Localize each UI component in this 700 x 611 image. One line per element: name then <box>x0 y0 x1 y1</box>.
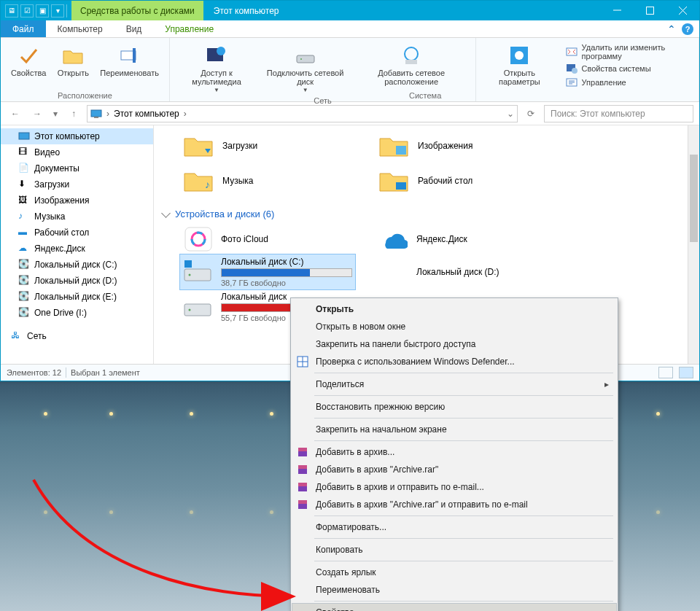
menu-item-rename[interactable]: Переименовать <box>292 581 616 599</box>
breadcrumb[interactable]: › Этот компьютер › ⌄ <box>87 105 518 122</box>
drive-item-yadisk[interactable]: Яндекс.Диск <box>376 224 551 254</box>
drive-item-icloud[interactable]: Фото iCloud <box>180 224 355 254</box>
menu-item-format[interactable]: Форматировать... <box>292 518 616 536</box>
ribbon-btn-open[interactable]: Открыть <box>52 41 94 79</box>
svg-point-28 <box>189 309 191 311</box>
nav-refresh-button[interactable]: ⟳ <box>522 105 540 122</box>
drive-item-d[interactable]: Локальный диск (D:) <box>376 254 551 289</box>
folder-item-desktop[interactable]: Рабочий стол <box>376 163 551 198</box>
menu-item-rar-mail-name[interactable]: Добавить в архив "Archive.rar" и отправи… <box>292 496 616 513</box>
svg-rect-35 <box>298 483 307 486</box>
sidebar-item-this-pc[interactable]: Этот компьютер <box>1 128 153 144</box>
media-icon <box>205 44 228 67</box>
menu-item-share[interactable]: Поделиться▸ <box>292 375 616 393</box>
view-details-button[interactable] <box>658 367 673 378</box>
ribbon-btn-media[interactable]: Доступ к мультимедиа▼ <box>176 41 257 96</box>
menu-item-copy[interactable]: Копировать <box>292 541 616 559</box>
drive-usage-bar <box>221 268 352 277</box>
sidebar-item[interactable]: 💽Локальный диск (C:) <box>1 257 153 273</box>
svg-point-10 <box>515 51 524 60</box>
ribbon-btn-sysprops[interactable]: Свойства системы <box>563 62 693 75</box>
ribbon-btn-properties[interactable]: Свойства <box>7 41 50 79</box>
menu-item-open[interactable]: Открыть <box>292 300 616 318</box>
sidebar-item[interactable]: 💽Локальный диск (D:) <box>1 273 153 289</box>
ribbon-group-label: Расположение <box>58 91 112 100</box>
sidebar-item[interactable]: 🖼Изображения <box>1 192 153 209</box>
drive-label: Локальный диск (C:) <box>221 257 352 267</box>
sidebar-item[interactable]: 💽Локальный диск (E:) <box>1 289 153 305</box>
rar-icon <box>295 445 310 459</box>
sidebar-item[interactable]: ☁Яндекс.Диск <box>1 241 153 257</box>
ribbon-btn-add-netloc[interactable]: Добавить сетевое расположение <box>353 41 470 96</box>
rename-icon <box>118 44 141 67</box>
view-tiles-button[interactable] <box>679 367 693 378</box>
folder-item-music[interactable]: ♪Музыка <box>180 163 355 198</box>
scrollbar-thumb[interactable] <box>690 155 698 242</box>
sidebar-item[interactable]: ▬Рабочий стол <box>1 225 153 241</box>
menu-item-shortcut[interactable]: Создать ярлык <box>292 564 616 581</box>
video-icon: 🎞 <box>18 147 30 158</box>
tab-file[interactable]: Файл <box>1 20 46 37</box>
pc-icon <box>18 131 30 142</box>
ribbon-btn-map-drive[interactable]: Подключить сетевой диск▼ <box>259 41 351 96</box>
tab-manage[interactable]: Управление <box>153 20 225 37</box>
gear-icon <box>508 44 531 67</box>
menu-item-rar-add[interactable]: Добавить в архив... <box>292 443 616 461</box>
drive-icon: 💽 <box>18 307 30 319</box>
ribbon-btn-manage[interactable]: Управление <box>563 76 693 89</box>
svg-point-7 <box>405 47 418 61</box>
sidebar-item-network[interactable]: 🖧Сеть <box>1 328 153 344</box>
ribbon-btn-rename[interactable]: Переименовать <box>96 41 163 79</box>
vertical-scrollbar[interactable] <box>688 125 699 364</box>
ribbon-btn-uninstall[interactable]: Удалить или изменить программу <box>563 42 693 61</box>
annotation-arrow <box>28 472 319 611</box>
ribbon-group-label: Сеть <box>314 96 331 105</box>
nav-up-button[interactable]: ↑ <box>65 105 82 122</box>
sidebar-item[interactable]: 📄Документы <box>1 160 153 176</box>
ribbon-tabs: Файл Компьютер Вид Управление ⌃ ? <box>1 20 699 38</box>
manage-icon <box>566 77 578 88</box>
yadisk-icon: ☁ <box>18 243 30 254</box>
sidebar-item[interactable]: ♪Музыка <box>1 209 153 225</box>
search-box[interactable] <box>544 105 693 122</box>
qat-dropdown-icon[interactable]: ▾ <box>51 4 64 17</box>
svg-rect-27 <box>184 304 211 316</box>
pictures-icon: 🖼 <box>18 195 30 206</box>
folder-item-downloads[interactable]: Загрузки <box>180 128 355 163</box>
menu-item-pin-quick[interactable]: Закрепить на панели быстрого доступа <box>292 335 616 353</box>
qat-props-icon[interactable]: ▣ <box>36 4 49 17</box>
menu-item-properties[interactable]: Свойства <box>292 604 616 611</box>
drive-item-c[interactable]: Локальный диск (C:) 38,7 ГБ свободно <box>180 254 355 289</box>
svg-point-4 <box>217 47 225 55</box>
rar-icon <box>295 480 310 494</box>
drive-icon <box>378 259 409 285</box>
ribbon-btn-open-settings[interactable]: Открыть параметры <box>482 41 557 87</box>
menu-item-pin-start[interactable]: Закрепить на начальном экране <box>292 421 616 438</box>
sidebar-item[interactable]: 🎞Видео <box>1 144 153 160</box>
sidebar-item[interactable]: 💽One Drive (I:) <box>1 305 153 321</box>
sidebar-item[interactable]: ⬇Загрузки <box>1 176 153 192</box>
qat-checkbox-icon[interactable]: ☑ <box>20 4 34 17</box>
menu-item-rar-mail[interactable]: Добавить в архив и отправить по e-mail..… <box>292 478 616 496</box>
music-icon: ♪ <box>18 211 30 222</box>
section-header-devices[interactable]: Устройства и диски (6) <box>163 209 691 219</box>
menu-item-open-new[interactable]: Открыть в новом окне <box>292 318 616 335</box>
ribbon-collapse-icon[interactable]: ⌃ <box>667 23 676 35</box>
menu-item-defender[interactable]: Проверка с использованием Windows Defend… <box>292 353 616 370</box>
tab-view[interactable]: Вид <box>114 20 154 37</box>
tab-computer[interactable]: Компьютер <box>46 20 114 37</box>
breadcrumb-item[interactable]: Этот компьютер <box>114 109 179 119</box>
help-icon[interactable]: ? <box>682 23 693 35</box>
search-input[interactable] <box>549 108 688 120</box>
menu-item-restore[interactable]: Восстановить прежнюю версию <box>292 398 616 416</box>
nav-history-button[interactable]: ▾ <box>50 105 61 122</box>
minimize-button[interactable] <box>601 1 634 20</box>
maximize-button[interactable] <box>634 1 666 20</box>
folder-item-pictures[interactable]: Изображения <box>376 128 551 163</box>
svg-rect-24 <box>184 269 211 281</box>
nav-forward-button[interactable]: → <box>28 105 46 122</box>
nav-back-button[interactable]: ← <box>7 105 24 122</box>
menu-item-rar-add-name[interactable]: Добавить в архив "Archive.rar" <box>292 461 616 478</box>
close-button[interactable] <box>666 1 699 20</box>
check-icon <box>17 44 40 67</box>
